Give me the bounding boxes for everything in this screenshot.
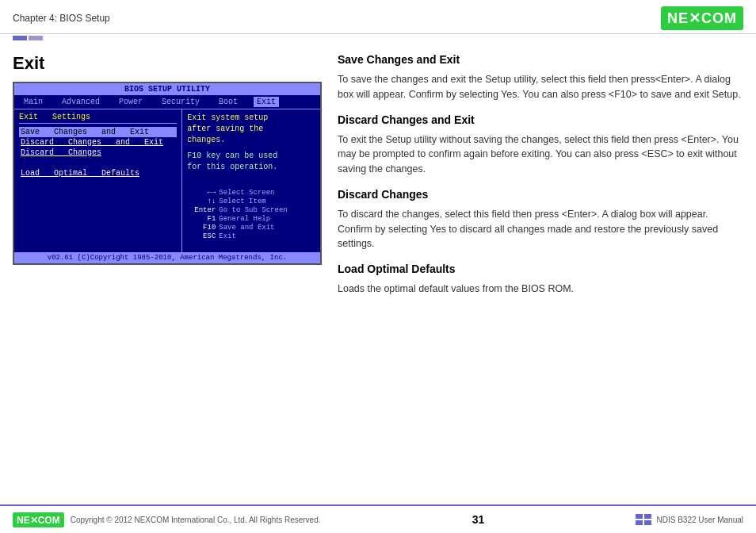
bios-screenshot: BIOS SETUP UTILITY Main Advanced Power S… [13,82,322,265]
bios-key-row-f1: F1 General Help [187,215,315,223]
section-discard: Discard Changes To discard the changes, … [338,188,743,251]
main-content: Exit BIOS SETUP UTILITY Main Advanced Po… [0,40,756,308]
section-save-exit: Save Changes and Exit To save the change… [338,53,743,102]
bios-key-row-f10: F10 Save and Exit [187,224,315,232]
section-load-defaults: Load Optimal Defaults Loads the optimal … [338,263,743,297]
decorative-bar [0,34,756,40]
section-text-load-defaults: Loads the optimal default values from th… [338,282,743,297]
bios-footer: v02.61 (C)Copyright 1985-2010, American … [14,252,320,263]
nexcom-logo: NE✕COM [661,6,743,30]
bios-key-row-screen: ←→ Select Screen [187,189,315,197]
bios-key-row-esc: ESC Exit [187,232,315,240]
page-title: Exit [13,53,322,74]
bios-menu-items: Save Changes and Exit Discard Changes an… [19,127,177,178]
footer-page-number: 31 [472,513,485,526]
section-heading-discard: Discard Changes [338,188,743,201]
section-text-discard: To discard the changes, select this fiel… [338,207,743,251]
bios-key-text: F10 key can be usedfor this operation. [187,151,315,173]
bios-left-panel: Exit Settings Save Changes and Exit Disc… [14,109,182,252]
bios-keys: ←→ Select Screen ↑↓ Select Item Enter Go… [187,189,315,240]
page-header: Chapter 4: BIOS Setup NE✕COM [0,0,756,34]
bios-help-text: Exit system setupafter saving thechanges… [187,113,315,146]
section-heading-discard-exit: Discard Changes and Exit [338,113,743,126]
left-panel: Exit BIOS SETUP UTILITY Main Advanced Po… [13,53,322,308]
footer-left: NE✕COM Copyright © 2012 NEXCOM Internati… [13,512,321,527]
bios-nav: Main Advanced Power Security Boot Exit [14,95,320,109]
bios-nav-power: Power [116,97,146,107]
footer-logo-text: NE✕COM [17,515,60,526]
section-heading-save-exit: Save Changes and Exit [338,53,743,66]
bios-key-row-enter: Enter Go to Sub Screen [187,206,315,214]
bios-nav-boot: Boot [216,97,241,107]
chapter-title: Chapter 4: BIOS Setup [13,13,110,24]
page-footer: NE✕COM Copyright © 2012 NEXCOM Internati… [0,504,756,533]
bios-section-title: Exit Settings [19,113,177,124]
logo-text: NE✕COM [667,10,737,26]
section-heading-load-defaults: Load Optimal Defaults [338,263,743,275]
section-discard-exit: Discard Changes and Exit To exit the Set… [338,113,743,177]
footer-manual-title: NDIS B322 User Manual [656,516,743,524]
bios-menu-save: Save Changes and Exit [19,127,177,137]
bios-key-row-item: ↑↓ Select Item [187,197,315,205]
bios-nav-main: Main [21,97,46,107]
bios-menu-spacer [19,158,177,168]
section-text-discard-exit: To exit the Setup utility without saving… [338,132,743,177]
bios-title: BIOS SETUP UTILITY [14,83,320,95]
bios-menu-load-defaults: Load Optimal Defaults [19,168,177,178]
bios-nav-advanced: Advanced [59,97,103,107]
footer-logo: NE✕COM [13,512,64,527]
bios-nav-security: Security [158,97,203,107]
footer-icon [636,514,651,525]
footer-right: NDIS B322 User Manual [636,514,743,525]
bios-body: Exit Settings Save Changes and Exit Disc… [14,109,320,252]
footer-copyright: Copyright © 2012 NEXCOM International Co… [71,516,321,524]
right-panel: Save Changes and Exit To save the change… [338,53,743,308]
bios-menu-discard-exit: Discard Changes and Exit [19,137,177,148]
bios-right-panel: Exit system setupafter saving thechanges… [182,109,320,252]
section-text-save-exit: To save the changes and exit the Setup u… [338,72,743,102]
bios-menu-discard: Discard Changes [19,148,177,158]
bios-nav-exit: Exit [254,97,279,107]
